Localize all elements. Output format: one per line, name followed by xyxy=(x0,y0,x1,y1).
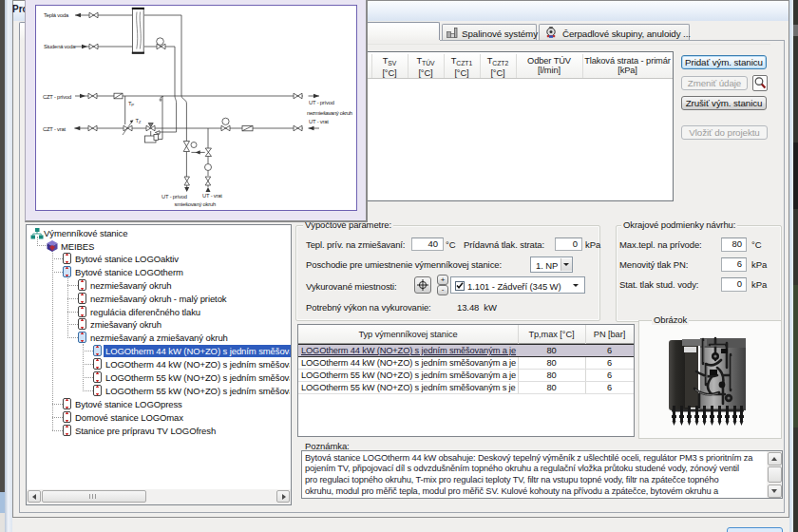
svg-text:Teplá voda: Teplá voda xyxy=(44,12,69,18)
svg-text:nezmiešavaný okruh: nezmiešavaný okruh xyxy=(307,110,352,116)
svg-text:UT - vrat: UT - vrat xyxy=(202,193,222,199)
svg-text:UT - vrat: UT - vrat xyxy=(309,119,329,124)
svg-text:smiešovaný okruh: smiešovaný okruh xyxy=(174,201,216,207)
svg-text:CZT - vrat: CZT - vrat xyxy=(43,126,66,132)
svg-text:UT - prívod: UT - prívod xyxy=(309,100,334,105)
svg-text:TZ: TZ xyxy=(135,118,141,124)
svg-text:TP: TP xyxy=(128,101,134,107)
svg-text:CZT - prívod: CZT - prívod xyxy=(43,94,71,100)
svg-text:Studená voda: Studená voda xyxy=(44,44,76,49)
svg-text:UT - prívod: UT - prívod xyxy=(162,194,187,200)
